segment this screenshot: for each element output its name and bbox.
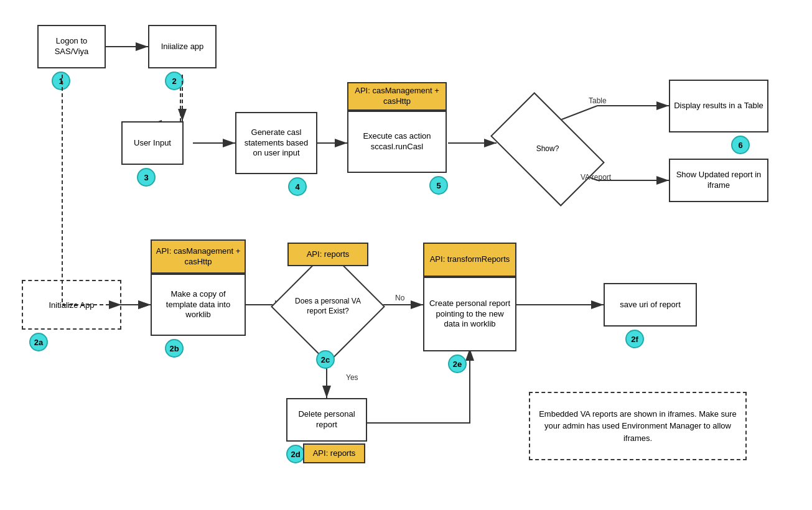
create-personal-box: Create personal report pointing to the n… bbox=[423, 277, 516, 351]
show-iframe-label: Show Updated report in iframe bbox=[674, 170, 763, 191]
circle-2b: 2b bbox=[165, 339, 184, 358]
api-transform-label: API: transformReports bbox=[423, 243, 516, 277]
execute-cas-label: Execute cas action sccasl.runCasl bbox=[352, 131, 442, 152]
no-label: No bbox=[395, 294, 404, 302]
execute-cas-box: Execute cas action sccasl.runCasl bbox=[347, 111, 447, 173]
save-uri-label: save uri of report bbox=[620, 300, 681, 310]
show-diamond-label: Show? bbox=[534, 142, 562, 157]
table-label: Table bbox=[589, 96, 607, 105]
make-copy-box: Make a copy of template data into workli… bbox=[151, 274, 246, 336]
circle-2d: 2d bbox=[286, 445, 305, 463]
yes-label: Yes bbox=[346, 373, 358, 382]
circle-6: 6 bbox=[731, 136, 750, 154]
circle-5: 5 bbox=[429, 176, 448, 195]
make-copy-label: Make a copy of template data into workli… bbox=[156, 289, 241, 321]
personal-report-label: Does a personal VA report Exist? bbox=[287, 294, 368, 318]
init-app-2a-label: Initialize App bbox=[49, 300, 95, 310]
init-app-dashed-box: Initialize App bbox=[22, 280, 121, 330]
display-table-box: Display results in a Table bbox=[669, 80, 768, 132]
logon-box: Logon to SAS/Viya bbox=[37, 25, 106, 68]
diagram: Logon to SAS/Viya 1 Iniialize app 2 User… bbox=[0, 0, 812, 510]
create-personal-label: Create personal report pointing to the n… bbox=[428, 299, 511, 330]
generate-casl-box: Generate casl statements based on user i… bbox=[235, 112, 317, 174]
generate-casl-label: Generate casl statements based on user i… bbox=[240, 128, 312, 159]
show-iframe-box: Show Updated report in iframe bbox=[669, 159, 768, 202]
api-reports-2c-label: API: reports bbox=[287, 243, 368, 266]
delete-personal-box: Delete personal report bbox=[286, 398, 367, 442]
circle-2a: 2a bbox=[29, 333, 48, 351]
circle-4: 4 bbox=[288, 177, 307, 196]
va-report-label: VA report bbox=[581, 173, 611, 182]
personal-report-diamond: Does a personal VA report Exist? bbox=[287, 266, 368, 347]
logon-label: Logon to SAS/Viya bbox=[42, 36, 101, 57]
save-uri-box: save uri of report bbox=[604, 283, 697, 327]
api-cas-2b-label: API: casManagement + casHttp bbox=[151, 239, 246, 274]
user-input-label: User Input bbox=[134, 138, 171, 149]
api-reports-2d-label: API: reports bbox=[303, 443, 365, 463]
api-cas-top-label: API: casManagement + casHttp bbox=[347, 82, 447, 111]
display-table-label: Display results in a Table bbox=[674, 101, 763, 111]
circle-2e: 2e bbox=[448, 355, 467, 373]
circle-2f: 2f bbox=[625, 330, 644, 348]
show-diamond: Show? bbox=[498, 118, 597, 180]
circle-1: 1 bbox=[52, 72, 70, 90]
circle-2: 2 bbox=[165, 72, 184, 90]
circle-3: 3 bbox=[137, 168, 156, 187]
embedded-note-box: Embedded VA reports are shown in iframes… bbox=[529, 392, 747, 460]
init-app-label: Iniialize app bbox=[161, 42, 204, 52]
delete-personal-label: Delete personal report bbox=[291, 409, 362, 430]
user-input-box: User Input bbox=[121, 121, 184, 165]
init-app-box: Iniialize app bbox=[148, 25, 217, 68]
circle-2c: 2c bbox=[316, 350, 335, 369]
embedded-note-label: Embedded VA reports are shown in iframes… bbox=[538, 408, 738, 445]
